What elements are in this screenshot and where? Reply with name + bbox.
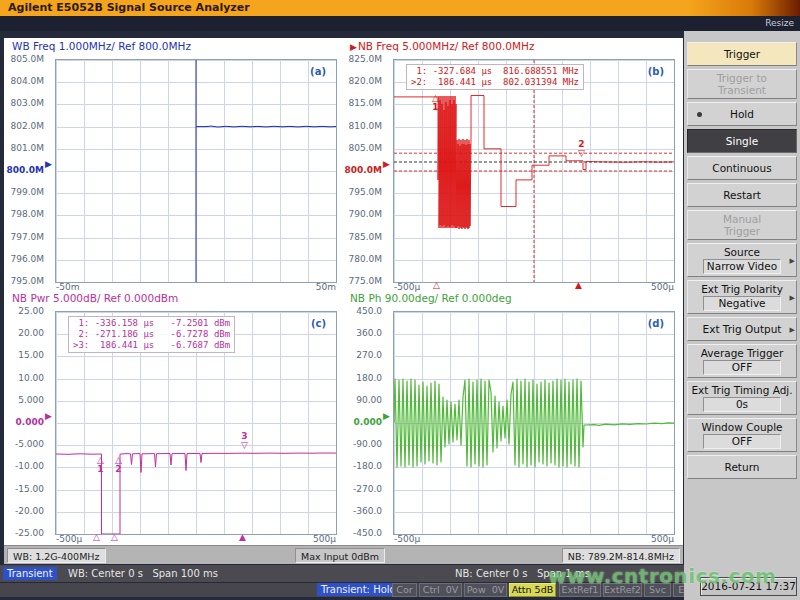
submenu-arrow-icon: ▶ — [790, 324, 795, 336]
marker-triangle-icon: ▽ — [578, 149, 585, 158]
datetime-display: 2016-07-21 17:37 — [700, 577, 797, 596]
wb-range-label: WB: 1.2G-400MHz — [7, 548, 106, 563]
trace-nb-phase — [394, 379, 674, 467]
submenu-arrow-icon: ▶ — [790, 255, 795, 267]
x-tick-label: -500µ — [56, 534, 82, 544]
window-couple-button[interactable]: Window Couple OFF — [687, 418, 797, 452]
y-tick-label: 804.0M — [4, 76, 44, 86]
y-tick-label: 825.0M — [342, 54, 382, 64]
panel-b-title-text: NB Freq 5.000MHz/ Ref 800.0MHz — [358, 40, 534, 52]
y-tick-label: 790.0M — [342, 209, 382, 219]
instrument-status-bar: Transient: Hold Cor Ctrl 0V Pow 0V Attn … — [0, 583, 699, 597]
marker-readout-line: 1: -336.158 µs -7.2501 dBm — [73, 318, 230, 328]
y-tick-label: -450.0 — [342, 528, 382, 538]
y-tick-label: 797.0M — [4, 232, 44, 242]
panel-c-corner-label: (c) — [311, 318, 326, 329]
source-button[interactable]: Source Narrow Video ▶ — [687, 243, 797, 277]
return-button[interactable]: Return — [687, 455, 797, 479]
y-tick-label: 270.0 — [342, 350, 382, 360]
band-status-bar: WB: 1.2G-400MHz Max Input 0dBm NB: 789.2… — [4, 545, 683, 564]
softkey-label: Manual — [723, 213, 761, 225]
marker-1-flag: △ 1 — [97, 456, 104, 474]
panel-d-y-axis: 450.0 360.0 270.0 180.0 90.00 0.000 -90.… — [342, 311, 392, 533]
plot-area-a: (a) — [55, 59, 337, 283]
wb-sweep-label: WB: Center 0 s Span 100 ms — [68, 565, 218, 582]
y-tick-label: 805.0M — [342, 143, 382, 153]
trigger-menu-title[interactable]: Trigger — [687, 42, 797, 66]
y-tick-label: 795.0M — [4, 276, 44, 286]
marker-triangle-icon: ▽ — [241, 441, 248, 450]
max-input-label: Max Input 0dBm — [295, 548, 385, 563]
transient-hold-badge: Transient: Hold — [317, 583, 400, 596]
y-ref-label: 0.000 — [4, 417, 44, 427]
cor-indicator: Cor — [392, 583, 417, 597]
y-tick-label: 799.0M — [4, 187, 44, 197]
softkey-value: 0s — [703, 397, 781, 412]
panel-c-title[interactable]: NB Pwr 5.000dB/ Ref 0.000dBm — [12, 292, 178, 304]
y-tick-label: 785.0M — [342, 232, 382, 242]
trace-wb-freq — [196, 60, 336, 282]
softkey-value: Negative — [703, 296, 781, 311]
restart-button[interactable]: Restart — [687, 183, 797, 207]
y-tick-label: 795.0M — [342, 187, 382, 197]
hold-button[interactable]: Hold — [687, 102, 797, 126]
marker-readout-line: 1: -327.684 µs 816.688551 MHz — [411, 66, 579, 76]
svc-indicator: Svc — [644, 583, 671, 597]
plot-area-c: 1: -336.158 µs -7.2501 dBm 2: -271.186 µ… — [55, 311, 337, 535]
marker-number: 1 — [432, 103, 438, 112]
marker-3-flag: 3 ▽ — [241, 432, 248, 450]
softkey-value: OFF — [703, 434, 781, 449]
panel-d-title[interactable]: NB Ph 90.00deg/ Ref 0.000deg — [350, 292, 512, 304]
softkey-label: Hold — [730, 108, 754, 120]
single-button[interactable]: Single — [687, 129, 797, 153]
y-ref-label: 800.0M — [4, 165, 44, 175]
marker-axis-icon: ▲ — [575, 280, 582, 290]
ext-trig-output-button[interactable]: Ext Trig Output ▶ — [687, 317, 797, 341]
y-tick-label: 802.0M — [4, 121, 44, 131]
ext-trig-polarity-button[interactable]: Ext Trig Polarity Negative ▶ — [687, 280, 797, 314]
y-tick-label: 805.0M — [4, 54, 44, 64]
marker-2-flag: △ 2 — [115, 456, 122, 474]
softkey-label: Trigger to — [717, 72, 767, 84]
y-tick-label: 180.0 — [342, 373, 382, 383]
y-tick-label: -20.00 — [4, 506, 44, 516]
marker-readout: 1: -327.684 µs 816.688551 MHz>2: 186.441… — [406, 64, 584, 90]
y-tick-label: -15.00 — [4, 484, 44, 494]
trigger-to-transient-button[interactable]: Trigger to Transient — [687, 69, 797, 99]
panel-c-y-axis: 25.00 20.00 15.00 10.00 5.000 0.000 -5.0… — [4, 311, 54, 533]
x-tick-label: -500µ — [394, 534, 420, 544]
attn-indicator: Attn 5dB — [509, 583, 556, 597]
marker-axis-icon: △ — [93, 532, 100, 542]
panel-a-title[interactable]: WB Freq 1.000MHz/ Ref 800.0MHz — [12, 40, 191, 52]
panel-a-y-axis: 805.0M 804.0M 803.0M 802.0M 801.0M 800.0… — [4, 59, 54, 281]
marker-number: 2 — [115, 465, 121, 474]
y-tick-label: 25.00 — [4, 306, 44, 316]
panel-d-corner-label: (d) — [648, 318, 664, 329]
y-tick-label: 780.0M — [342, 254, 382, 264]
ref-arrow-icon: ▶ — [383, 159, 390, 170]
window-subbar: Resize — [0, 16, 800, 31]
y-tick-label: 798.0M — [4, 209, 44, 219]
y-tick-label: 820.0M — [342, 76, 382, 86]
transient-badge: Transient — [3, 567, 57, 580]
softkey-label: Continuous — [712, 162, 771, 174]
marker-readout-line: >3: 186.441 µs -6.7687 dBm — [73, 340, 230, 350]
y-tick-label: 360.0 — [342, 328, 382, 338]
y-tick-label: 15.00 — [4, 350, 44, 360]
panel-b-y-axis: 825.0M 820.0M 815.0M 810.0M 805.0M 800.0… — [342, 59, 392, 281]
manual-trigger-button[interactable]: Manual Trigger — [687, 210, 797, 240]
panel-nb-power: NB Pwr 5.000dB/ Ref 0.000dBm 25.00 20.00… — [4, 290, 342, 542]
y-ref-label: 800.0M — [342, 165, 382, 175]
y-tick-label: 20.00 — [4, 328, 44, 338]
continuous-button[interactable]: Continuous — [687, 156, 797, 180]
panel-b-title[interactable]: ▶NB Freq 5.000MHz/ Ref 800.0MHz — [350, 40, 534, 52]
softkey-label: Single — [726, 135, 758, 147]
plot-area-b: 1: -327.684 µs 816.688551 MHz>2: 186.441… — [393, 59, 675, 283]
softkey-label: Window Couple — [701, 421, 782, 433]
average-trigger-button[interactable]: Average Trigger OFF — [687, 344, 797, 378]
ext-trig-timing-adj-button[interactable]: Ext Trig Timing Adj. 0s — [687, 381, 797, 415]
softkey-label: Transient — [718, 84, 766, 96]
marker-readout: 1: -336.158 µs -7.2501 dBm 2: -271.186 µ… — [68, 316, 235, 353]
resize-button[interactable]: Resize — [765, 18, 794, 28]
softkey-label: Ext Trig Polarity — [701, 283, 783, 295]
